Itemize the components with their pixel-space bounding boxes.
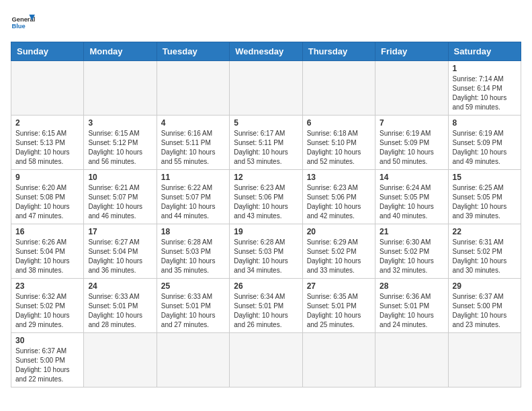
- day-info: Sunrise: 6:16 AM Sunset: 5:11 PM Dayligh…: [161, 129, 225, 167]
- day-info: Sunrise: 6:33 AM Sunset: 5:01 PM Dayligh…: [161, 292, 225, 330]
- day-info: Sunrise: 6:21 AM Sunset: 5:07 PM Dayligh…: [88, 183, 152, 221]
- calendar-day-cell: 23Sunrise: 6:32 AM Sunset: 5:02 PM Dayli…: [11, 279, 84, 333]
- day-info: Sunrise: 6:30 AM Sunset: 5:02 PM Dayligh…: [380, 238, 443, 275]
- day-info: Sunrise: 6:34 AM Sunset: 5:01 PM Dayligh…: [234, 292, 298, 330]
- day-info: Sunrise: 6:22 AM Sunset: 5:07 PM Dayligh…: [161, 183, 225, 221]
- calendar-week-row: 1Sunrise: 7:14 AM Sunset: 6:14 PM Daylig…: [11, 61, 521, 116]
- day-info: Sunrise: 6:37 AM Sunset: 5:00 PM Dayligh…: [453, 292, 517, 330]
- day-info: Sunrise: 6:37 AM Sunset: 5:00 PM Dayligh…: [15, 347, 79, 384]
- calendar-day-cell: 30Sunrise: 6:37 AM Sunset: 5:00 PM Dayli…: [11, 333, 84, 387]
- calendar-day-cell: [157, 333, 229, 387]
- calendar-day-cell: [230, 333, 302, 387]
- calendar-day-cell: 16Sunrise: 6:26 AM Sunset: 5:04 PM Dayli…: [11, 224, 84, 279]
- calendar-day-cell: 15Sunrise: 6:25 AM Sunset: 5:05 PM Dayli…: [448, 170, 521, 224]
- day-number: 24: [88, 281, 152, 291]
- day-number: 1: [453, 64, 517, 73]
- calendar-day-cell: [157, 61, 229, 116]
- day-info: Sunrise: 6:26 AM Sunset: 5:04 PM Dayligh…: [15, 238, 79, 275]
- day-number: 26: [234, 281, 298, 291]
- day-info: Sunrise: 6:18 AM Sunset: 5:10 PM Dayligh…: [307, 129, 371, 167]
- day-info: Sunrise: 6:31 AM Sunset: 5:02 PM Dayligh…: [453, 238, 517, 275]
- calendar-day-cell: 26Sunrise: 6:34 AM Sunset: 5:01 PM Dayli…: [230, 279, 302, 333]
- calendar-day-cell: 20Sunrise: 6:29 AM Sunset: 5:02 PM Dayli…: [302, 224, 375, 279]
- generalblue-logo-icon: General Blue: [11, 11, 35, 35]
- calendar-day-cell: [302, 61, 375, 116]
- day-number: 11: [161, 173, 225, 182]
- calendar-day-cell: 5Sunrise: 6:17 AM Sunset: 5:11 PM Daylig…: [230, 116, 302, 170]
- calendar-day-cell: 1Sunrise: 7:14 AM Sunset: 6:14 PM Daylig…: [448, 61, 521, 116]
- calendar-day-cell: [448, 333, 521, 387]
- day-number: 10: [88, 173, 152, 182]
- calendar-day-cell: 14Sunrise: 6:24 AM Sunset: 5:05 PM Dayli…: [375, 170, 448, 224]
- calendar-day-cell: [375, 333, 448, 387]
- day-info: Sunrise: 6:20 AM Sunset: 5:08 PM Dayligh…: [15, 183, 79, 221]
- day-info: Sunrise: 6:32 AM Sunset: 5:02 PM Dayligh…: [15, 292, 79, 330]
- day-info: Sunrise: 6:15 AM Sunset: 5:12 PM Dayligh…: [88, 129, 152, 167]
- day-number: 13: [307, 173, 371, 182]
- day-number: 29: [453, 281, 517, 291]
- day-info: Sunrise: 6:33 AM Sunset: 5:01 PM Dayligh…: [88, 292, 152, 330]
- day-info: Sunrise: 6:19 AM Sunset: 5:09 PM Dayligh…: [380, 129, 443, 167]
- day-number: 19: [234, 227, 298, 236]
- calendar-week-row: 2Sunrise: 6:15 AM Sunset: 5:13 PM Daylig…: [11, 116, 521, 170]
- calendar-day-cell: [84, 333, 157, 387]
- calendar-day-cell: 2Sunrise: 6:15 AM Sunset: 5:13 PM Daylig…: [11, 116, 84, 170]
- svg-text:Blue: Blue: [11, 23, 25, 30]
- day-number: 3: [88, 118, 152, 128]
- calendar-day-cell: 24Sunrise: 6:33 AM Sunset: 5:01 PM Dayli…: [84, 279, 157, 333]
- calendar-day-cell: 27Sunrise: 6:35 AM Sunset: 5:01 PM Dayli…: [302, 279, 375, 333]
- calendar-day-cell: 29Sunrise: 6:37 AM Sunset: 5:00 PM Dayli…: [448, 279, 521, 333]
- calendar-day-cell: 8Sunrise: 6:19 AM Sunset: 5:09 PM Daylig…: [448, 116, 521, 170]
- calendar-header-row: SundayMondayTuesdayWednesdayThursdayFrid…: [11, 42, 521, 61]
- day-of-week-header: Friday: [375, 42, 448, 61]
- day-of-week-header: Monday: [84, 42, 157, 61]
- calendar-table: SundayMondayTuesdayWednesdayThursdayFrid…: [11, 42, 521, 387]
- day-info: Sunrise: 6:28 AM Sunset: 5:03 PM Dayligh…: [161, 238, 225, 275]
- day-number: 18: [161, 227, 225, 236]
- calendar-day-cell: 17Sunrise: 6:27 AM Sunset: 5:04 PM Dayli…: [84, 224, 157, 279]
- day-info: Sunrise: 6:28 AM Sunset: 5:03 PM Dayligh…: [234, 238, 298, 275]
- calendar-day-cell: 18Sunrise: 6:28 AM Sunset: 5:03 PM Dayli…: [157, 224, 229, 279]
- calendar-week-row: 9Sunrise: 6:20 AM Sunset: 5:08 PM Daylig…: [11, 170, 521, 224]
- calendar-day-cell: 9Sunrise: 6:20 AM Sunset: 5:08 PM Daylig…: [11, 170, 84, 224]
- day-info: Sunrise: 6:23 AM Sunset: 5:06 PM Dayligh…: [234, 183, 298, 221]
- day-info: Sunrise: 6:15 AM Sunset: 5:13 PM Dayligh…: [15, 129, 79, 167]
- day-info: Sunrise: 6:27 AM Sunset: 5:04 PM Dayligh…: [88, 238, 152, 275]
- day-of-week-header: Saturday: [448, 42, 521, 61]
- day-number: 27: [307, 281, 371, 291]
- day-number: 28: [380, 281, 443, 291]
- calendar-day-cell: 25Sunrise: 6:33 AM Sunset: 5:01 PM Dayli…: [157, 279, 229, 333]
- day-info: Sunrise: 7:14 AM Sunset: 6:14 PM Dayligh…: [453, 75, 517, 112]
- day-number: 12: [234, 173, 298, 182]
- day-of-week-header: Wednesday: [230, 42, 302, 61]
- page-header: General Blue: [11, 11, 521, 35]
- calendar-day-cell: 4Sunrise: 6:16 AM Sunset: 5:11 PM Daylig…: [157, 116, 229, 170]
- day-info: Sunrise: 6:29 AM Sunset: 5:02 PM Dayligh…: [307, 238, 371, 275]
- day-number: 23: [15, 281, 79, 291]
- day-number: 14: [380, 173, 443, 182]
- calendar-day-cell: 21Sunrise: 6:30 AM Sunset: 5:02 PM Dayli…: [375, 224, 448, 279]
- calendar-day-cell: 3Sunrise: 6:15 AM Sunset: 5:12 PM Daylig…: [84, 116, 157, 170]
- day-number: 17: [88, 227, 152, 236]
- day-number: 9: [15, 173, 79, 182]
- calendar-day-cell: 19Sunrise: 6:28 AM Sunset: 5:03 PM Dayli…: [230, 224, 302, 279]
- day-of-week-header: Tuesday: [157, 42, 229, 61]
- calendar-week-row: 16Sunrise: 6:26 AM Sunset: 5:04 PM Dayli…: [11, 224, 521, 279]
- day-info: Sunrise: 6:24 AM Sunset: 5:05 PM Dayligh…: [380, 183, 443, 221]
- day-number: 6: [307, 118, 371, 128]
- calendar-day-cell: [230, 61, 302, 116]
- day-info: Sunrise: 6:23 AM Sunset: 5:06 PM Dayligh…: [307, 183, 371, 221]
- calendar-day-cell: 11Sunrise: 6:22 AM Sunset: 5:07 PM Dayli…: [157, 170, 229, 224]
- calendar-day-cell: 28Sunrise: 6:36 AM Sunset: 5:01 PM Dayli…: [375, 279, 448, 333]
- day-number: 5: [234, 118, 298, 128]
- day-number: 25: [161, 281, 225, 291]
- calendar-day-cell: [375, 61, 448, 116]
- calendar-day-cell: 22Sunrise: 6:31 AM Sunset: 5:02 PM Dayli…: [448, 224, 521, 279]
- day-number: 22: [453, 227, 517, 236]
- calendar-day-cell: 6Sunrise: 6:18 AM Sunset: 5:10 PM Daylig…: [302, 116, 375, 170]
- calendar-day-cell: [84, 61, 157, 116]
- day-number: 4: [161, 118, 225, 128]
- day-info: Sunrise: 6:35 AM Sunset: 5:01 PM Dayligh…: [307, 292, 371, 330]
- day-number: 21: [380, 227, 443, 236]
- calendar-week-row: 30Sunrise: 6:37 AM Sunset: 5:00 PM Dayli…: [11, 333, 521, 387]
